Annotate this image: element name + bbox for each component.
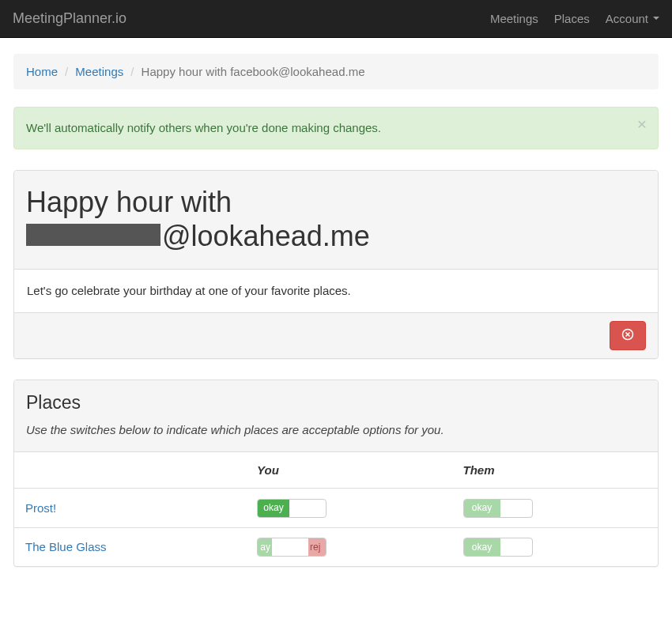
nav-account-dropdown[interactable]: Account bbox=[606, 10, 659, 27]
navbar-nav: Meetings Places Account bbox=[474, 10, 659, 27]
switch-on-label: okay bbox=[464, 500, 500, 517]
col-place bbox=[14, 452, 246, 489]
breadcrumb-current: Happy hour with facebook@lookahead.me bbox=[123, 63, 364, 80]
table-row: Prost! okay okay bbox=[14, 489, 658, 528]
navbar: MeetingPlanner.io Meetings Places Accoun… bbox=[0, 0, 672, 38]
alert-success: We'll automatically notify others when y… bbox=[13, 107, 659, 149]
switch-you[interactable]: ay rej bbox=[257, 538, 327, 557]
places-hint: Use the switches below to indicate which… bbox=[26, 423, 444, 436]
meeting-title-suffix: @lookahead.me bbox=[162, 220, 370, 252]
alert-close-button[interactable]: × bbox=[637, 115, 647, 132]
meeting-title: Happy hour with @lookahead.me bbox=[26, 185, 646, 253]
meeting-title-prefix: Happy hour with bbox=[26, 186, 232, 218]
places-heading: Places Use the switches below to indicat… bbox=[14, 380, 658, 452]
delete-button[interactable] bbox=[610, 321, 646, 350]
meeting-heading: Happy hour with @lookahead.me bbox=[14, 171, 658, 270]
nav-account-label: Account bbox=[606, 10, 648, 27]
switch-them[interactable]: okay bbox=[463, 499, 533, 518]
switch-you[interactable]: okay bbox=[257, 499, 327, 518]
switch-left-label: ay bbox=[258, 538, 272, 556]
col-you: You bbox=[246, 452, 451, 489]
place-link[interactable]: Prost! bbox=[25, 501, 56, 515]
chevron-down-icon bbox=[653, 17, 659, 20]
redacted-block bbox=[26, 224, 160, 246]
meeting-panel: Happy hour with @lookahead.me Let's go c… bbox=[13, 170, 659, 359]
nav-meetings[interactable]: Meetings bbox=[490, 10, 538, 27]
places-title: Places bbox=[26, 390, 646, 416]
table-row: The Blue Glass ay rej okay bbox=[14, 527, 658, 566]
switch-on-label: okay bbox=[258, 500, 289, 517]
place-link[interactable]: The Blue Glass bbox=[25, 540, 107, 553]
meeting-footer bbox=[14, 312, 658, 358]
navbar-brand[interactable]: MeetingPlanner.io bbox=[13, 9, 126, 29]
col-them: Them bbox=[452, 452, 659, 489]
alert-message: We'll automatically notify others when y… bbox=[26, 121, 381, 134]
switch-on-label: okay bbox=[464, 538, 500, 556]
cancel-circle-icon bbox=[621, 328, 634, 343]
meeting-description: Let's go celebrate your birthday at one … bbox=[14, 270, 658, 312]
switch-right-label: rej bbox=[308, 538, 326, 556]
breadcrumb-home[interactable]: Home bbox=[26, 65, 58, 78]
nav-places[interactable]: Places bbox=[554, 10, 590, 27]
switch-handle bbox=[272, 538, 308, 556]
breadcrumb-meetings[interactable]: Meetings bbox=[75, 65, 123, 78]
places-table: You Them Prost! okay okay bbox=[14, 452, 658, 567]
places-panel: Places Use the switches below to indicat… bbox=[13, 379, 659, 568]
switch-them[interactable]: okay bbox=[463, 538, 533, 557]
breadcrumb: Home Meetings Happy hour with facebook@l… bbox=[13, 54, 659, 89]
